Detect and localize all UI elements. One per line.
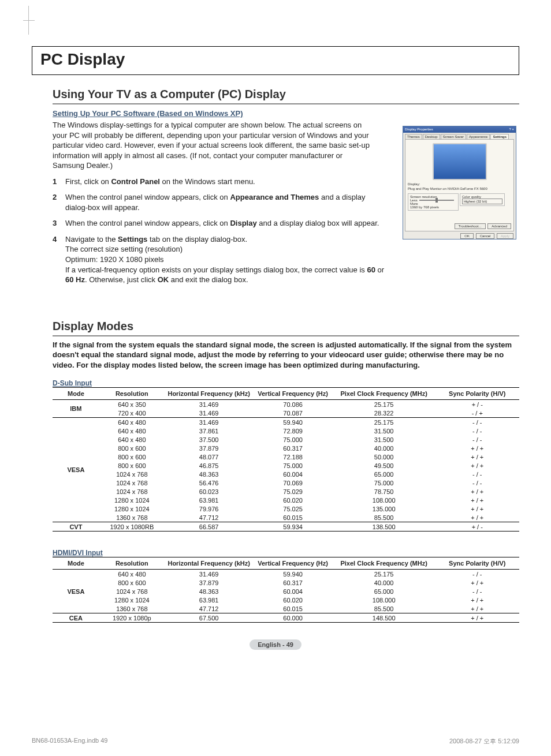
data-cell: 85.500: [333, 604, 435, 613]
mode-cell: CEA: [53, 613, 99, 623]
data-cell: 25.175: [333, 400, 435, 409]
intro-paragraph: The Windows display-settings for a typic…: [53, 120, 370, 171]
dp-tab-settings[interactable]: Settings: [490, 134, 509, 139]
data-cell: 31.469: [165, 409, 254, 418]
table-row: 800 x 60048.07772.18850.000+ / +: [53, 452, 519, 461]
data-cell: 47.712: [165, 604, 254, 613]
data-cell: 56.476: [165, 478, 254, 487]
data-cell: 138.500: [333, 522, 435, 532]
data-cell: + / +: [435, 504, 519, 513]
table-row: VESA640 x 48031.46959.94025.175- / -: [53, 570, 519, 579]
dp-tab-appearance[interactable]: Appearance: [467, 134, 490, 139]
data-cell: 59.940: [253, 570, 332, 579]
ok-button[interactable]: OK: [460, 233, 474, 239]
data-cell: + / +: [435, 604, 519, 613]
step-1: 1 First, click on Control Panel on the W…: [53, 177, 388, 187]
data-cell: 1024 x 768: [99, 587, 165, 596]
data-cell: 37.861: [165, 426, 254, 435]
data-cell: - / -: [435, 587, 519, 596]
data-cell: - / -: [435, 470, 519, 478]
data-cell: 65.000: [333, 587, 435, 596]
step-4: 4 Navigate to the Settings tab on the di…: [53, 234, 388, 285]
data-cell: 70.069: [253, 478, 332, 487]
table-row: CVT1920 x 1080RB66.58759.934138.500+ / -: [53, 522, 519, 532]
mode-cell: VESA: [53, 570, 99, 613]
data-cell: 31.469: [165, 418, 254, 427]
data-cell: 28.322: [333, 409, 435, 418]
table-row: VESA640 x 48031.46959.94025.175- / -: [53, 418, 519, 427]
data-cell: 640 x 480: [99, 435, 165, 444]
data-cell: + / -: [435, 400, 519, 409]
data-cell: 800 x 600: [99, 461, 165, 470]
dp-tab-screensaver[interactable]: Screen Saver: [441, 134, 466, 139]
data-cell: + / +: [435, 452, 519, 461]
data-cell: 59.940: [253, 418, 332, 427]
mode-cell: IBM: [53, 400, 99, 418]
hdmi-table: Mode Resolution Horizontal Frequency (kH…: [53, 557, 519, 623]
data-cell: 60.004: [253, 587, 332, 596]
col-mode: Mode: [53, 557, 99, 570]
footer: BN68-01653A-Eng.indb 49 2008-08-27 오후 5:…: [32, 737, 519, 746]
display-properties-window: Display Properties ? × Themes Desktop Sc…: [403, 126, 516, 239]
data-cell: 31.469: [165, 400, 254, 409]
data-cell: - / +: [435, 409, 519, 418]
footer-file: BN68-01653A-Eng.indb 49: [32, 737, 107, 746]
data-cell: + / +: [435, 496, 519, 504]
data-cell: 1024 x 768: [99, 470, 165, 478]
data-cell: - / -: [435, 426, 519, 435]
data-cell: 640 x 480: [99, 426, 165, 435]
data-cell: 40.000: [333, 578, 435, 587]
page-title: PC Display: [40, 50, 511, 69]
data-cell: 720 x 400: [99, 409, 165, 418]
dp-titlebar: Display Properties ? ×: [403, 126, 516, 133]
hdmi-label: HDMI/DVI Input: [53, 549, 519, 557]
data-cell: 800 x 600: [99, 452, 165, 461]
dp-display-label: Display:: [408, 182, 511, 186]
data-cell: 37.500: [165, 435, 254, 444]
data-cell: - / -: [435, 570, 519, 579]
data-cell: 1360 x 768: [99, 604, 165, 613]
data-cell: 46.875: [165, 461, 254, 470]
data-cell: 37.879: [165, 444, 254, 452]
table-row: 1280 x 102463.98160.020108.000+ / +: [53, 596, 519, 604]
dp-resolution-fieldset: Screen resolution Less More 1360 by 768 …: [408, 193, 459, 211]
data-cell: 1024 x 768: [99, 478, 165, 487]
cancel-button[interactable]: Cancel: [476, 233, 495, 239]
advanced-button[interactable]: Advanced: [487, 223, 511, 229]
data-cell: 25.175: [333, 570, 435, 579]
data-cell: 60.000: [253, 613, 332, 623]
steps-list: 1 First, click on Control Panel on the W…: [53, 177, 388, 285]
dp-tab-themes[interactable]: Themes: [405, 134, 422, 139]
data-cell: 135.000: [333, 504, 435, 513]
data-cell: 72.188: [253, 452, 332, 461]
data-cell: 31.500: [333, 435, 435, 444]
col-vfreq: Vertical Frequency (Hz): [253, 557, 332, 570]
data-cell: - / -: [435, 418, 519, 427]
data-cell: 31.469: [165, 570, 254, 579]
col-hfreq: Horizontal Frequency (kHz): [165, 388, 254, 400]
table-row: 1280 x 102463.98160.020108.000+ / +: [53, 496, 519, 504]
data-cell: 60.023: [165, 487, 254, 496]
apply-button[interactable]: Apply: [497, 233, 513, 239]
data-cell: + / +: [435, 613, 519, 623]
section-heading-pc: Using Your TV as a Computer (PC) Display: [53, 88, 519, 104]
troubleshoot-button[interactable]: Troubleshoot...: [455, 223, 486, 229]
dp-monitor-preview: [433, 143, 487, 180]
data-cell: 108.000: [333, 596, 435, 604]
data-cell: + / +: [435, 578, 519, 587]
page-number: English - 49: [32, 639, 519, 650]
data-cell: - / -: [435, 435, 519, 444]
mode-cell: CVT: [53, 522, 99, 532]
table-row: 1360 x 76847.71260.01585.500+ / +: [53, 513, 519, 522]
table-row: IBM640 x 35031.46970.08625.175+ / -: [53, 400, 519, 409]
subheading-setup: Setting Up Your PC Software (Based on Wi…: [53, 109, 519, 118]
color-quality-select[interactable]: Highest (32 bit): [462, 199, 502, 204]
data-cell: 60.015: [253, 604, 332, 613]
data-cell: 75.029: [253, 487, 332, 496]
table-row: CEA1920 x 1080p67.50060.000148.500+ / +: [53, 613, 519, 623]
dp-tab-desktop[interactable]: Desktop: [423, 134, 440, 139]
resolution-slider[interactable]: [419, 200, 454, 201]
data-cell: 75.000: [333, 478, 435, 487]
displaymodes-intro: If the signal from the system equals the…: [53, 340, 519, 370]
table-row: 1024 x 76848.36360.00465.000- / -: [53, 470, 519, 478]
